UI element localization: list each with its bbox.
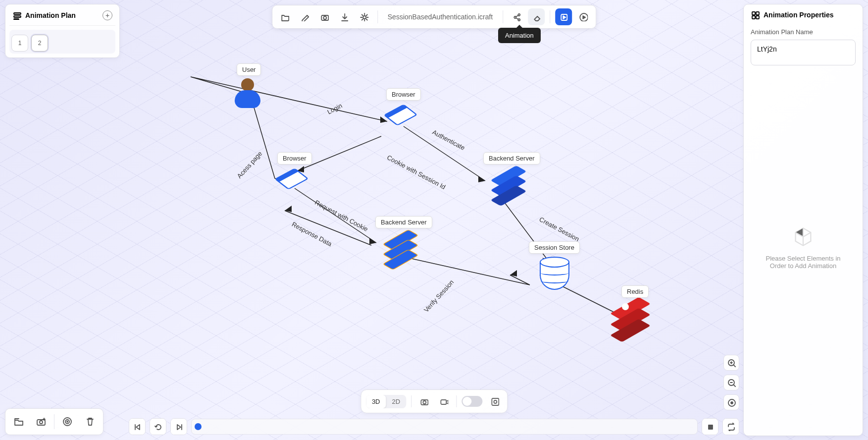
bottom-left-controls (5, 408, 103, 435)
camera-icon (419, 397, 428, 406)
toolbar-separator (377, 10, 378, 23)
svg-point-37 (731, 402, 733, 404)
empty-logo-icon (792, 226, 814, 248)
redis-icon[interactable] (610, 300, 651, 344)
properties-panel: Animation Properties Animation Plan Name… (743, 4, 863, 436)
record-button[interactable] (57, 412, 77, 432)
settings-button[interactable] (356, 8, 372, 25)
separator (54, 414, 54, 429)
export-button[interactable] (8, 412, 28, 432)
erase-button[interactable] (528, 8, 545, 25)
database-icon[interactable] (540, 257, 569, 293)
fit-icon (727, 398, 736, 407)
view-mode-toggle: 3D 2D (366, 395, 406, 408)
video-icon (439, 397, 448, 406)
empty-text: Please Select Elements in Order to Add A… (761, 255, 846, 270)
loop-icon (726, 422, 735, 431)
zoom-in-icon (727, 358, 736, 367)
camera-icon (320, 12, 329, 21)
playhead[interactable] (195, 423, 202, 430)
timeline[interactable] (191, 419, 698, 435)
svg-rect-19 (752, 12, 755, 15)
zoom-out-icon (727, 378, 736, 387)
stop-button[interactable] (702, 419, 718, 435)
animation-button[interactable] (555, 8, 572, 25)
toggle-switch[interactable] (461, 396, 482, 407)
video-button[interactable] (436, 394, 451, 409)
screenshot-button[interactable] (416, 394, 431, 409)
node-backend2-label[interactable]: Backend Server (375, 216, 432, 228)
download-icon (340, 12, 349, 21)
user-icon[interactable] (234, 78, 261, 114)
svg-rect-9 (14, 16, 21, 17)
skip-back-icon (133, 422, 142, 431)
snapshot-button[interactable] (31, 412, 51, 432)
properties-icon (751, 10, 760, 19)
replay-button[interactable] (150, 419, 166, 435)
loop-button[interactable] (723, 419, 739, 435)
skip-forward-icon (174, 422, 183, 431)
svg-rect-21 (752, 16, 755, 19)
play-icon (579, 12, 588, 21)
toolbar-separator (503, 10, 503, 23)
top-toolbar: SessionBasedAuthentication.icraft (272, 5, 596, 29)
trash-icon (85, 416, 96, 427)
animation-tooltip: Animation (498, 28, 541, 43)
node-user-label[interactable]: User (237, 63, 261, 76)
server-icon-2[interactable] (382, 232, 419, 271)
folder-open-icon (13, 416, 24, 427)
pen-icon (300, 12, 309, 21)
animation-icon (559, 12, 568, 21)
svg-point-12 (323, 16, 326, 19)
node-backend1-label[interactable]: Backend Server (483, 152, 540, 165)
separator (411, 395, 411, 407)
svg-rect-32 (492, 398, 499, 405)
delete-button[interactable] (80, 412, 100, 432)
folder-icon (280, 12, 289, 21)
prev-button[interactable] (129, 419, 145, 435)
node-browser1-label[interactable]: Browser (386, 88, 421, 101)
svg-rect-10 (14, 19, 19, 20)
separator (456, 395, 457, 407)
server-icon[interactable] (490, 168, 527, 207)
properties-title: Animation Properties (764, 11, 834, 19)
target-icon (62, 416, 73, 427)
svg-rect-31 (441, 400, 446, 404)
focus-button[interactable] (487, 394, 502, 409)
camera-add-icon (36, 416, 47, 427)
toolbar-separator (550, 10, 550, 23)
browser-icon[interactable] (387, 104, 414, 126)
plan-name-input[interactable] (751, 40, 856, 65)
open-button[interactable] (276, 8, 293, 25)
play-button[interactable] (575, 8, 592, 25)
next-button[interactable] (171, 419, 187, 435)
camera-button[interactable] (316, 8, 333, 25)
gear-icon (359, 12, 368, 21)
zoom-out-button[interactable] (723, 375, 739, 390)
svg-rect-20 (756, 12, 759, 15)
fit-button[interactable] (723, 394, 739, 410)
node-browser2-label[interactable]: Browser (277, 152, 312, 165)
download-button[interactable] (336, 8, 353, 25)
mode-3d-button[interactable]: 3D (366, 395, 386, 408)
empty-state: Please Select Elements in Order to Add A… (751, 65, 856, 430)
share-icon (512, 12, 521, 21)
plan-items: 1 2 (9, 30, 115, 54)
plan-item-2[interactable]: 2 (31, 35, 48, 52)
plan-item-1[interactable]: 1 (11, 35, 28, 52)
mode-2d-button[interactable]: 2D (386, 395, 407, 408)
animation-plan-title: Animation Plan (25, 11, 99, 19)
node-redis-label[interactable]: Redis (621, 285, 649, 298)
zoom-in-button[interactable] (723, 355, 739, 371)
view-controls: 3D 2D (360, 389, 508, 413)
draw-button[interactable] (296, 8, 313, 25)
share-button[interactable] (508, 8, 525, 25)
animation-plan-panel: Animation Plan + 1 2 (5, 4, 120, 58)
browser-icon-2[interactable] (278, 168, 305, 190)
node-sessionstore-label[interactable]: Session Store (529, 241, 580, 254)
add-plan-button[interactable]: + (102, 10, 112, 20)
svg-point-27 (67, 421, 68, 422)
svg-point-30 (423, 401, 426, 404)
svg-point-33 (494, 400, 497, 403)
eraser-icon (532, 12, 541, 21)
